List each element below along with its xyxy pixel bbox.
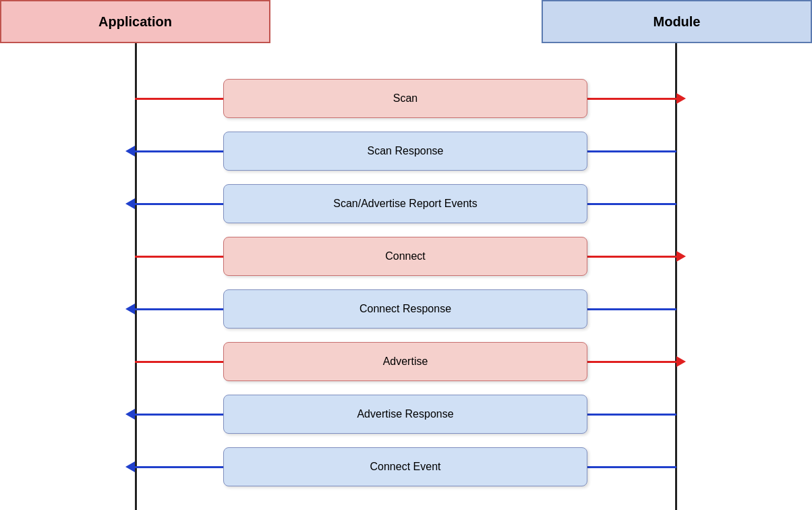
arrow-right-scan-response (587, 150, 676, 152)
application-title: Application (98, 14, 172, 30)
msg-label-advertise: Advertise (383, 356, 428, 368)
arrow-right-scan (587, 98, 676, 100)
arrow-right-scan-advertise-report (587, 203, 676, 205)
msg-label-advertise-response: Advertise Response (357, 408, 453, 420)
arrowhead-advertise-response (125, 409, 135, 420)
arrowhead-connect (676, 251, 686, 262)
msg-box-advertise: Advertise (223, 342, 587, 381)
msg-label-connect-event: Connect Event (370, 461, 441, 473)
msg-box-scan-response: Scan Response (223, 132, 587, 171)
msg-box-scan-advertise-report: Scan/Advertise Report Events (223, 184, 587, 223)
msg-label-scan-advertise-report: Scan/Advertise Report Events (333, 198, 477, 210)
msg-box-connect: Connect (223, 237, 587, 276)
lifeline-module (675, 43, 677, 510)
msg-label-connect: Connect (385, 250, 426, 262)
msg-box-connect-response: Connect Response (223, 289, 587, 329)
arrow-left-scan-response (135, 150, 223, 152)
header-application: Application (0, 0, 270, 43)
msg-box-advertise-response: Advertise Response (223, 395, 587, 434)
msg-box-connect-event: Connect Event (223, 447, 587, 486)
arrowhead-scan-advertise-report (125, 198, 135, 209)
arrow-right-connect (587, 256, 676, 258)
arrow-left-advertise-response (135, 414, 223, 416)
module-title: Module (654, 14, 701, 30)
arrow-right-connect-response (587, 308, 676, 310)
arrow-right-advertise-response (587, 414, 676, 416)
header-module: Module (542, 0, 812, 43)
arrow-left-connect-response (135, 308, 223, 310)
arrowhead-scan (676, 93, 686, 104)
msg-label-connect-response: Connect Response (359, 303, 451, 315)
msg-label-scan-response: Scan Response (368, 145, 444, 157)
arrowhead-connect-event (125, 461, 135, 472)
msg-label-scan: Scan (393, 92, 417, 105)
arrow-left-advertise (135, 361, 223, 363)
arrow-left-connect-event (135, 466, 223, 468)
arrow-right-connect-event (587, 466, 676, 468)
arrow-left-connect (135, 256, 223, 258)
arrowhead-advertise (676, 356, 686, 367)
msg-box-scan: Scan (223, 79, 587, 118)
arrow-right-advertise (587, 361, 676, 363)
arrowhead-connect-response (125, 304, 135, 314)
sequence-diagram: Application Module ScanScan ResponseScan… (0, 0, 812, 510)
arrowhead-scan-response (125, 146, 135, 157)
arrow-left-scan-advertise-report (135, 203, 223, 205)
arrow-left-scan (135, 98, 223, 100)
lifeline-application (135, 43, 137, 510)
